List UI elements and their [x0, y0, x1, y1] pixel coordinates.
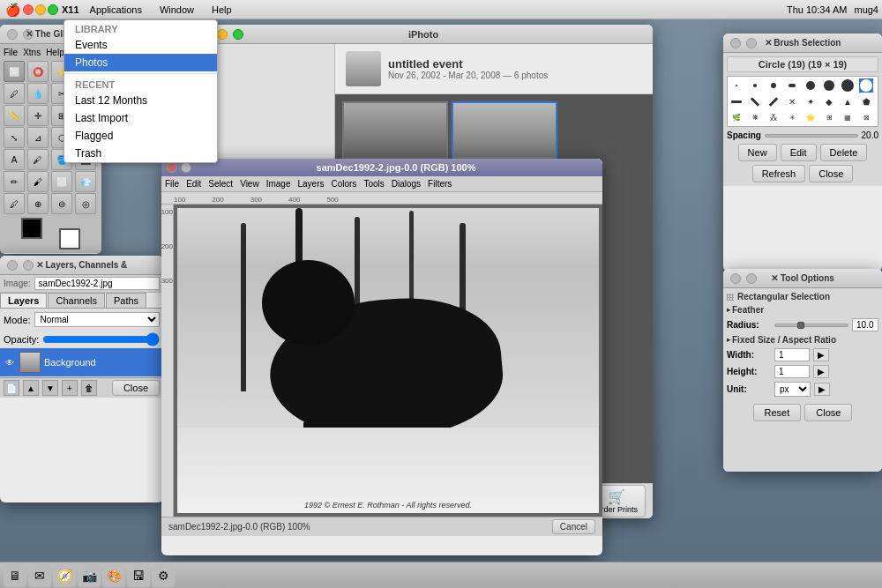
tab-layers[interactable]: Layers	[0, 293, 47, 308]
taskbar-safari[interactable]: 🧭	[53, 564, 76, 587]
taskbar-finder[interactable]: 🖥	[4, 564, 26, 587]
height-input[interactable]	[774, 365, 810, 378]
tool-color-select[interactable]: 💧	[27, 83, 49, 104]
tab-paths[interactable]: Paths	[106, 293, 146, 308]
apple-menu[interactable]: 🍎	[4, 0, 21, 19]
gimp-menu-edit[interactable]: Edit	[186, 179, 201, 189]
feather-slider[interactable]	[774, 324, 848, 327]
gimp-menu-layers[interactable]: Layers	[297, 179, 324, 189]
gimp-layers-min-x[interactable]	[23, 260, 34, 271]
gimp-menu-view[interactable]: View	[240, 179, 259, 189]
menu-trash[interactable]: Trash	[64, 145, 217, 162]
tool-scale[interactable]: ⤡	[4, 127, 25, 148]
tool-rect-select[interactable]: ⬜	[4, 61, 25, 82]
mode-select[interactable]: Normal Multiply Screen	[34, 312, 160, 327]
brush-min-x[interactable]	[746, 38, 757, 48]
gimp-menu-select[interactable]: Select	[208, 179, 233, 189]
menu-photos[interactable]: Photos	[64, 54, 217, 71]
tool-ellipse-select[interactable]: ⭕	[27, 61, 49, 82]
brush-14[interactable]: ◆	[822, 94, 836, 108]
brush-20[interactable]: ✳	[785, 110, 799, 124]
height-arrow-btn[interactable]: ▶	[813, 365, 829, 378]
brush-2[interactable]	[748, 78, 762, 93]
tool-close-btn[interactable]: Close	[804, 404, 852, 421]
brush-delete-btn[interactable]: Delete	[820, 144, 868, 161]
menu-lastimport[interactable]: Last Import	[64, 109, 217, 127]
taskbar-mail[interactable]: ✉	[28, 564, 51, 587]
menu-help[interactable]: Help	[208, 3, 235, 17]
menu-applications[interactable]: Applications	[86, 3, 146, 17]
tool-paintbrush[interactable]: 🖌	[27, 171, 49, 192]
tool-paths[interactable]: 🖊	[4, 83, 25, 104]
brush-15[interactable]: ▲	[841, 94, 855, 108]
brush-9[interactable]	[729, 94, 744, 108]
tool-measure[interactable]: 📏	[4, 105, 25, 126]
layer-down-btn[interactable]: ▼	[42, 380, 58, 396]
brush-close-x[interactable]	[730, 38, 741, 48]
iphoto-min-btn[interactable]	[217, 29, 228, 40]
image-filename[interactable]: samDec1992-2.jpg	[34, 277, 160, 290]
brush-refresh-btn[interactable]: Refresh	[752, 165, 806, 182]
tool-reset-btn[interactable]: Reset	[753, 404, 802, 421]
brush-18[interactable]: ❋	[748, 110, 762, 124]
x11-close-btn[interactable]	[23, 4, 34, 15]
brush-7[interactable]	[841, 78, 855, 93]
unit-arrow-btn[interactable]: ▶	[814, 383, 830, 396]
brush-new-btn[interactable]: New	[738, 144, 777, 161]
tool-convolve[interactable]: ◎	[75, 193, 96, 214]
menu-window[interactable]: Window	[156, 3, 198, 17]
x11-max-btn[interactable]	[48, 4, 58, 15]
tool-clone[interactable]: ⊕	[27, 193, 49, 214]
gimp-bg-color[interactable]	[59, 228, 80, 249]
gimp-menu-file[interactable]: File	[4, 48, 18, 57]
taskbar-gimp[interactable]: 🎨	[102, 564, 125, 587]
menu-last12[interactable]: Last 12 Months	[64, 92, 217, 109]
gimp-menu-file[interactable]: File	[165, 179, 179, 189]
gimp-img-min-x[interactable]	[181, 162, 191, 173]
menu-events[interactable]: Events	[64, 36, 217, 54]
taskbar-iphoto[interactable]: 📷	[78, 564, 101, 587]
unit-select[interactable]: px mm in	[774, 382, 811, 397]
tool-heal[interactable]: ⊖	[51, 193, 72, 214]
opacity-slider[interactable]	[42, 332, 160, 346]
gimp-img-close-x[interactable]	[167, 162, 177, 173]
brush-close-btn[interactable]: Close	[809, 165, 853, 182]
brush-5[interactable]	[804, 78, 818, 93]
gimp-menu-help[interactable]: Help	[46, 48, 64, 57]
tool-text[interactable]: A	[4, 149, 25, 170]
brush-3[interactable]	[766, 78, 781, 93]
brush-6[interactable]	[822, 78, 836, 93]
brush-13[interactable]: ✦	[804, 94, 818, 108]
brush-spacing-slider[interactable]	[765, 134, 858, 138]
tool-opts-close-x[interactable]	[730, 273, 741, 284]
brush-23[interactable]: ▦	[841, 110, 855, 124]
brush-10[interactable]	[748, 94, 762, 108]
gimp-layers-close-x[interactable]	[7, 260, 18, 271]
gimp-canvas[interactable]: 1992 © Ernest E. Rothman - All rights re…	[174, 205, 602, 517]
gimp-menu-dialogs[interactable]: Dialogs	[392, 179, 421, 189]
brush-12[interactable]: ✕	[785, 94, 799, 108]
brush-8[interactable]	[859, 78, 873, 93]
taskbar-terminal[interactable]: 🖫	[127, 564, 150, 587]
tool-color-picker[interactable]: 🖋	[27, 149, 49, 170]
gimp-menu-colors[interactable]: Colors	[331, 179, 356, 189]
tool-ink[interactable]: 🖊	[4, 193, 25, 214]
gimp-menu-filters[interactable]: Filters	[428, 179, 452, 189]
tool-airbrush[interactable]: 💨	[75, 171, 96, 192]
x11-min-btn[interactable]	[35, 4, 46, 15]
layer-delete-btn[interactable]: 🗑	[81, 380, 97, 396]
layer-visibility-icon[interactable]: 👁	[4, 356, 16, 368]
layer-new-btn[interactable]: +	[62, 380, 78, 396]
brush-22[interactable]: ⊞	[822, 110, 836, 124]
gimp-menu-image[interactable]: Image	[266, 179, 291, 189]
iphoto-max-btn[interactable]	[233, 29, 243, 40]
layers-close-btn[interactable]: Close	[112, 380, 160, 396]
tool-move[interactable]: ✛	[27, 105, 49, 126]
menu-flagged[interactable]: Flagged	[64, 127, 217, 145]
brush-17[interactable]: 🌿	[729, 110, 744, 124]
gimp-menu-xtns[interactable]: Xtns	[23, 48, 41, 57]
tool-shear[interactable]: ⊿	[27, 127, 49, 148]
tool-pencil[interactable]: ✏	[4, 171, 25, 192]
width-arrow-btn[interactable]: ▶	[813, 348, 829, 361]
taskbar-prefs[interactable]: ⚙	[152, 564, 175, 587]
